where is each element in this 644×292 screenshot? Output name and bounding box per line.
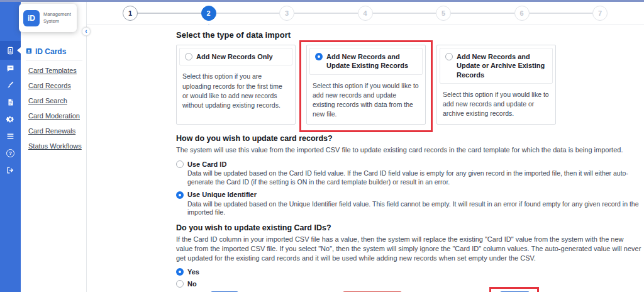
app-title: Management System — [43, 11, 71, 24]
update-method-section: How do you wish to update card records? … — [176, 134, 641, 216]
sidebar-menu: Card Templates Card Records Card Search … — [21, 63, 86, 154]
gear-icon — [6, 115, 14, 123]
rail-item-logout[interactable] — [0, 162, 21, 179]
step-6[interactable]: 6 — [514, 6, 530, 21]
option-no: No — [176, 279, 641, 288]
step-5[interactable]: 5 — [436, 6, 451, 21]
option-use-unique-identifier: Use Unique Identifier Data will be updat… — [176, 191, 641, 217]
option-label: Add New Records and Update or Archive Ex… — [457, 52, 547, 79]
option-label: Add New Records and Update Existing Reco… — [326, 52, 417, 70]
app-logo-card: iD Management System — [19, 4, 77, 32]
sidebar-item-card-moderation[interactable]: Card Moderation — [28, 108, 86, 123]
step-connector — [138, 13, 201, 14]
radio-add-update-archive[interactable] — [445, 53, 453, 60]
step-2-active[interactable]: 2 — [201, 6, 216, 21]
logout-icon — [6, 166, 14, 174]
sidebar-item-status-workflows[interactable]: Status Workflows — [28, 138, 86, 154]
app-title-line1: Management — [43, 11, 71, 17]
app-title-line2: System — [43, 18, 59, 24]
sidebar-item-card-templates[interactable]: Card Templates — [28, 63, 86, 78]
radio-label: Yes — [187, 268, 199, 276]
option-label: Add New Records Only — [196, 52, 273, 61]
option-description: Select this option if you would like to … — [437, 86, 555, 124]
radio-label: No — [187, 280, 197, 288]
app-logo-icon: iD — [23, 10, 40, 26]
step-connector — [530, 13, 593, 14]
step-4[interactable]: 4 — [358, 6, 373, 21]
chevron-left-icon: ‹ — [85, 28, 87, 35]
option-description: Select this option if you would like to … — [307, 77, 425, 125]
sidebar-collapse-button[interactable]: ‹ — [82, 27, 91, 36]
radio-yes[interactable] — [176, 268, 184, 276]
update-method-description: The system will use this value from the … — [176, 145, 641, 155]
id-card-icon — [6, 47, 14, 55]
option-card-add-update-archive[interactable]: Add New Records and Update or Archive Ex… — [436, 45, 556, 125]
step-3[interactable]: 3 — [279, 6, 294, 21]
option-description: Select this option if you are uploading … — [177, 68, 295, 115]
document-icon — [7, 98, 14, 106]
sidebar-item-card-renewals[interactable]: Card Renewals — [28, 123, 86, 138]
radio-description: Data will be updated based on the Card I… — [187, 169, 641, 186]
sidebar-divider — [26, 60, 82, 61]
update-card-ids-description: If the Card ID column in your imported C… — [176, 235, 641, 263]
step-connector — [451, 13, 514, 14]
step-connector — [294, 13, 358, 14]
radio-add-new-only[interactable] — [185, 53, 192, 60]
step-7[interactable]: 7 — [592, 6, 608, 21]
icon-rail: ? — [0, 2, 21, 292]
rail-item-help[interactable]: ? — [0, 145, 21, 162]
rail-item-chat[interactable] — [0, 60, 21, 77]
sidebar-header-id-cards[interactable]: ID Cards — [26, 47, 86, 56]
import-type-heading: Select the type of data import — [176, 30, 641, 40]
rail-item-designer[interactable] — [0, 77, 21, 94]
radio-use-card-id[interactable] — [176, 160, 184, 168]
radio-label: Use Unique Identifier — [187, 191, 257, 198]
step-connector — [216, 13, 280, 14]
rail-item-documents[interactable] — [0, 94, 21, 111]
sidebar-header-label: ID Cards — [35, 47, 66, 56]
wizard-stepper: 1 2 3 4 5 6 7 — [87, 2, 644, 25]
step-1[interactable]: 1 — [123, 6, 138, 21]
step-connector — [373, 13, 436, 14]
menu-list-icon — [6, 132, 14, 140]
update-card-ids-section: Do you wish to update existing Card IDs?… — [176, 223, 641, 288]
update-method-heading: How do you wish to update card records? — [176, 134, 641, 143]
main-content: Select the type of data import Add New R… — [87, 25, 644, 292]
radio-label: Use Card ID — [187, 160, 226, 168]
update-card-ids-heading: Do you wish to update existing Card IDs? — [176, 223, 641, 232]
radio-add-update[interactable] — [315, 53, 323, 60]
import-type-options: Add New Records Only Select this option … — [176, 45, 641, 125]
rail-item-lists[interactable] — [0, 128, 21, 145]
option-yes: Yes — [176, 267, 641, 276]
id-cards-mini-icon — [26, 47, 32, 56]
option-use-card-id: Use Card ID Data will be updated based o… — [176, 160, 641, 186]
option-card-add-update[interactable]: Add New Records and Update Existing Reco… — [306, 45, 426, 125]
chat-icon — [6, 64, 14, 72]
radio-description: Data will be updated based on the Unique… — [187, 200, 641, 217]
sidebar-item-card-search[interactable]: Card Search — [28, 93, 86, 108]
radio-use-unique-identifier[interactable] — [176, 191, 184, 199]
sidebar: ID Cards Card Templates Card Records Car… — [21, 2, 87, 292]
brush-icon — [6, 81, 14, 89]
rail-item-settings[interactable] — [0, 111, 21, 128]
radio-no[interactable] — [176, 280, 184, 288]
rail-item-id-cards[interactable] — [0, 41, 21, 60]
option-card-add-new-only[interactable]: Add New Records Only Select this option … — [176, 45, 296, 125]
help-icon: ? — [6, 149, 14, 157]
sidebar-item-card-records[interactable]: Card Records — [28, 78, 86, 93]
